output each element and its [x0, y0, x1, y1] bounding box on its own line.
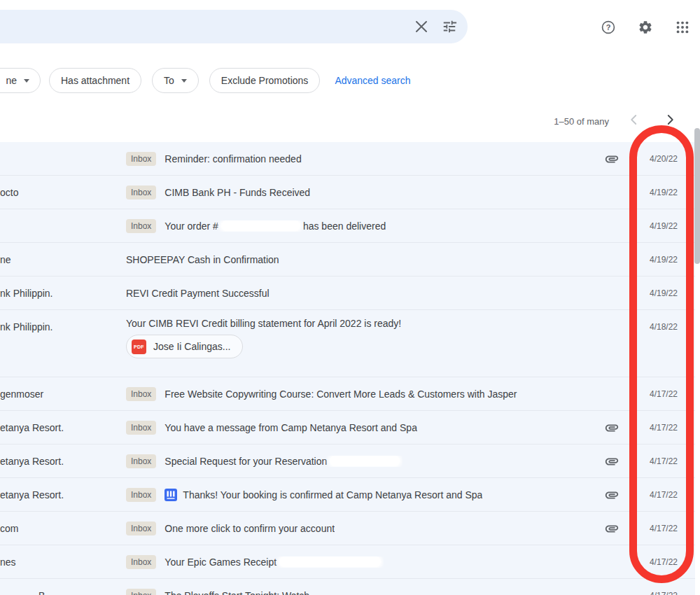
email-subject: Reminder: confirmation needed [164, 153, 301, 164]
email-subject-text: Your Epic Games Receipt [164, 556, 276, 568]
svg-text:?: ? [606, 23, 611, 31]
filter-chip-label: Has attachment [61, 75, 130, 86]
email-row[interactable]: B Inbox The Playoffs Start Tonight: Watc… [0, 579, 695, 595]
email-subject: SHOPEEPAY Cash in Confirmation [126, 254, 279, 265]
email-row[interactable]: nk Philippin. Your CIMB REVI Credit bill… [0, 310, 695, 377]
email-subject: One more click to confirm your account [164, 523, 335, 534]
paperclip-icon [604, 454, 620, 472]
email-row[interactable]: nk Philippin. REVI Credit Payment Succes… [0, 276, 695, 310]
attachment-name: Jose Ii Calingas... [153, 341, 231, 352]
paperclip-icon [604, 487, 620, 505]
email-sender: octo [0, 176, 120, 209]
search-filter-row: ne Has attachment To Exclude Promotions … [0, 68, 411, 93]
close-icon [415, 20, 428, 33]
email-subject: REVI Credit Payment Successful [126, 288, 270, 299]
advanced-search-link[interactable]: Advanced search [335, 75, 410, 86]
email-date: 4/18/22 [650, 310, 678, 344]
filter-chip-to[interactable]: To [152, 68, 199, 93]
filter-chip-exclude-promotions[interactable]: Exclude Promotions [209, 68, 321, 93]
chevron-left-icon [628, 113, 640, 126]
email-date: 4/17/22 [650, 444, 678, 478]
chevron-down-icon [24, 79, 29, 83]
redaction-blur [330, 456, 400, 466]
email-sender: etanya Resort. [0, 444, 120, 478]
inbox-label-chip: Inbox [126, 589, 156, 595]
chevron-right-icon [664, 113, 676, 126]
email-row[interactable]: genmoser Inbox Free Website Copywriting … [0, 377, 695, 411]
inbox-label-chip: Inbox [126, 421, 156, 435]
attachment-chip[interactable]: PDF Jose Ii Calingas... [126, 335, 243, 358]
email-sender: etanya Resort. [0, 411, 120, 444]
redaction-blur [279, 556, 381, 567]
email-sender: genmoser [0, 377, 120, 411]
filter-chip-label: ne [6, 75, 17, 86]
inbox-label-chip: Inbox [126, 454, 156, 468]
inbox-label-chip: Inbox [126, 186, 156, 200]
email-row[interactable]: Inbox Reminder: confirmation needed 4/20… [0, 142, 695, 176]
scrollbar-thumb[interactable] [694, 128, 700, 264]
email-date: 4/17/22 [650, 478, 678, 512]
email-subject: Special Request for your Reservation [164, 456, 402, 467]
email-sender: nes [0, 545, 120, 579]
filter-chip-has-attachment[interactable]: Has attachment [49, 68, 141, 93]
email-subject: Your CIMB REVI Credit billing statement … [126, 318, 401, 329]
paperclip-icon [604, 151, 620, 169]
help-button[interactable]: ? [594, 13, 622, 41]
email-row[interactable]: com Inbox One more click to confirm your… [0, 512, 695, 545]
email-subject: Your Epic Games Receipt [164, 556, 384, 568]
email-subject: CIMB Bank PH - Funds Received [164, 187, 310, 198]
tune-icon [442, 19, 457, 34]
email-row[interactable]: nes Inbox Your Epic Games Receipt 4/17/2… [0, 545, 695, 579]
email-subject: Free Website Copywriting Course: Convert… [164, 388, 517, 400]
email-date: 4/17/22 [650, 545, 678, 579]
email-row[interactable]: etanya Resort. Inbox Thanks! Your bookin… [0, 478, 695, 512]
email-list: Inbox Reminder: confirmation needed 4/20… [0, 142, 695, 595]
email-date: 4/17/22 [650, 377, 678, 411]
calendar-icon [164, 489, 177, 501]
inbox-label-chip: Inbox [126, 522, 156, 536]
apps-launcher-button[interactable] [668, 13, 696, 41]
search-bar[interactable] [0, 10, 468, 43]
email-sender: B [0, 579, 120, 595]
email-sender: etanya Resort. [0, 478, 120, 512]
email-date: 4/19/22 [650, 276, 678, 310]
inbox-label-chip: Inbox [126, 152, 156, 166]
chevron-down-icon [181, 79, 187, 83]
paperclip-icon [604, 521, 620, 539]
email-date: 4/19/22 [650, 209, 678, 243]
email-subject: Your order # has been delivered [164, 220, 386, 232]
older-page-button[interactable] [661, 111, 679, 129]
pdf-file-icon: PDF [132, 340, 146, 354]
gear-icon [638, 20, 653, 35]
redaction-blur [221, 220, 300, 231]
filter-chip-label: To [164, 75, 174, 86]
email-date: 4/19/22 [650, 243, 678, 276]
search-input[interactable] [0, 20, 407, 34]
paperclip-icon [604, 420, 620, 438]
email-date: 4/17/22 [650, 579, 678, 595]
email-date: 4/20/22 [650, 142, 678, 176]
newer-page-button[interactable] [625, 111, 643, 129]
email-sender: nk Philippin. [0, 276, 120, 310]
email-row[interactable]: Inbox Your order # has been delivered 4/… [0, 209, 695, 243]
pagination-range: 1–50 of many [554, 116, 609, 127]
email-row[interactable]: etanya Resort. Inbox You have a message … [0, 411, 695, 444]
email-subject: Thanks! Your booking is confirmed at Cam… [183, 489, 482, 500]
email-row[interactable]: etanya Resort. Inbox Special Request for… [0, 444, 695, 478]
email-date: 4/19/22 [650, 176, 678, 209]
clear-search-button[interactable] [407, 13, 435, 41]
filter-chip-time[interactable]: ne [0, 68, 41, 93]
inbox-label-chip: Inbox [126, 219, 156, 233]
email-sender: nk Philippin. [0, 310, 120, 344]
email-row[interactable]: ne SHOPEEPAY Cash in Confirmation 4/19/2… [0, 243, 695, 276]
search-options-button[interactable] [435, 13, 463, 41]
email-date: 4/17/22 [650, 512, 678, 545]
email-date: 4/17/22 [650, 411, 678, 444]
email-subject-text: Your order # [164, 220, 218, 232]
settings-button[interactable] [631, 13, 659, 41]
inbox-label-chip: Inbox [126, 488, 156, 502]
email-subject: The Playoffs Start Tonight: Watch... [164, 590, 317, 595]
email-subject: You have a message from Camp Netanya Res… [164, 422, 417, 433]
email-row[interactable]: octo Inbox CIMB Bank PH - Funds Received… [0, 176, 695, 209]
filter-chip-label: Exclude Promotions [221, 75, 309, 86]
